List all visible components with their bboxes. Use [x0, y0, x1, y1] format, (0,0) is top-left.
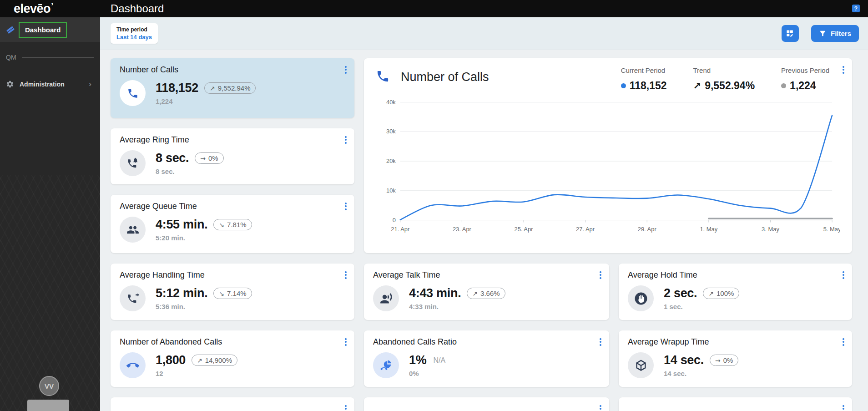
trending-flat-icon: →: [715, 357, 721, 364]
kpi-previous-value: 12: [156, 370, 237, 377]
people-queue-icon: [126, 223, 139, 236]
card-title: Average Talk Time: [373, 270, 600, 280]
previous-period-dot: [781, 83, 786, 88]
trend-badge: ↗100%: [703, 288, 739, 299]
kpi-icon-circle: [628, 352, 654, 378]
svg-text:5. May: 5. May: [823, 226, 840, 233]
kpi-card-average-wrapup-time[interactable]: Average Wrapup Time 14 sec. →0% 14 sec.: [619, 330, 852, 387]
filter-funnel-icon: [819, 30, 827, 37]
hold-hand-icon: [633, 291, 649, 306]
trend-badge: ↗14,900%: [192, 355, 237, 366]
svg-text:23. Apr: 23. Apr: [453, 226, 472, 233]
toolbar: Time period Last 14 days Filters: [100, 17, 868, 50]
customize-dashboard-icon: [786, 29, 794, 38]
stat-previous-period: Previous Period 1,224: [781, 66, 829, 92]
page-title: Dashboard: [111, 2, 164, 15]
filters-button[interactable]: Filters: [811, 25, 859, 42]
kpi-card-average-hold-time[interactable]: Average Hold Time 2 sec. ↗100% 1 sec.: [619, 264, 852, 320]
kpi-previous-value: 5:20 min.: [156, 234, 252, 242]
card-menu-button[interactable]: [839, 402, 848, 411]
kpi-icon-circle: [628, 285, 654, 311]
call-end-icon: [126, 359, 139, 372]
svg-text:40k: 40k: [386, 99, 396, 106]
calls-line-chart: 010k20k30k40k21. Apr23. Apr25. Apr27. Ap…: [376, 96, 840, 242]
trend-badge: →0%: [710, 355, 738, 366]
trending-down-icon: ↘: [219, 290, 224, 297]
chart-card-number-of-calls: Number of Calls Current Period 118,152 T…: [364, 58, 852, 253]
customize-dashboard-button[interactable]: [782, 25, 799, 42]
card-menu-button[interactable]: [342, 402, 350, 411]
kpi-icon-circle: [120, 150, 146, 176]
card-menu-button[interactable]: [839, 268, 848, 282]
card-title: Number of Abandoned Calls: [120, 337, 345, 347]
time-period-chip[interactable]: Time period Last 14 days: [111, 23, 158, 44]
kpi-previous-value: 1,224: [156, 97, 256, 105]
filters-button-label: Filters: [831, 30, 851, 37]
dashboard-icon: [6, 25, 15, 34]
logo-mark: ’: [51, 1, 54, 11]
kpi-card-average-queue-time[interactable]: Average Queue Time 4:55 min. ↘7.81% 5:20…: [111, 195, 354, 253]
kpi-card-average-handling-time[interactable]: Average Handling Time 5:12 min. ↘7.14% 5…: [111, 264, 354, 320]
kpi-icon-circle: [120, 80, 146, 106]
kpi-icon-circle: [373, 352, 399, 378]
kpi-value: 4:43 min.: [409, 286, 461, 300]
kpi-previous-value: 1 sec.: [664, 303, 739, 310]
kpi-card-partial: [111, 397, 354, 411]
chart-title: Number of Calls: [401, 70, 489, 84]
eleveo-logo: elevēo ’: [0, 1, 100, 16]
trending-up-icon: ↗: [210, 85, 215, 92]
talking-head-icon: [380, 292, 393, 305]
kpi-value: 2 sec.: [664, 286, 697, 300]
card-menu-button[interactable]: [342, 199, 350, 213]
kpi-card-abandoned-calls-ratio[interactable]: Abandoned Calls Ratio 1% N/A: [364, 330, 609, 387]
trend-badge: ↗9,552.94%: [204, 82, 256, 94]
sidebar-item-label: Dashboard: [19, 22, 67, 38]
kpi-card-average-talk-time[interactable]: Average Talk Time 4:43 min. ↗3.66% 4:33 …: [364, 264, 609, 320]
svg-text:1. May: 1. May: [700, 226, 717, 233]
phone-icon: [376, 69, 390, 83]
phone-ring-icon: [126, 157, 139, 169]
card-menu-button[interactable]: [839, 335, 848, 349]
sidebar-section-qm: QM: [6, 54, 94, 61]
kpi-value: 1%: [409, 353, 426, 367]
card-menu-button[interactable]: [596, 268, 605, 282]
sidebar-item-label: Administration: [20, 81, 65, 88]
kpi-card-partial: [619, 397, 852, 411]
kpi-value: 5:12 min.: [156, 286, 207, 300]
kpi-card-partial: [364, 397, 609, 411]
sidebar-item-administration[interactable]: Administration ›: [0, 75, 100, 94]
dashboard-grid: Number of Calls 118,152 ↗9,552.94% 1,224: [100, 50, 868, 411]
svg-text:29. Apr: 29. Apr: [638, 226, 657, 233]
trend-badge: ↘7.81%: [213, 219, 252, 230]
card-menu-button[interactable]: [342, 268, 350, 282]
card-menu-button[interactable]: [596, 402, 605, 411]
logo-text: elevēo: [14, 1, 50, 16]
app-header: elevēo ’ Dashboard ?: [0, 0, 868, 17]
card-menu-button[interactable]: [342, 335, 350, 349]
pie-phone-icon: [380, 359, 393, 372]
svg-text:30k: 30k: [386, 128, 396, 135]
card-title: Abandoned Calls Ratio: [373, 337, 600, 347]
time-period-value: Last 14 days: [116, 34, 152, 41]
card-title: Average Ring Time: [120, 135, 345, 145]
trend-badge-na: N/A: [432, 355, 446, 366]
chevron-right-icon: ›: [89, 80, 91, 89]
main-content: Time period Last 14 days Filters: [100, 17, 868, 411]
user-avatar[interactable]: VV: [39, 376, 59, 396]
card-menu-button[interactable]: [839, 63, 848, 76]
current-period-dot: [621, 83, 626, 88]
card-title: Average Hold Time: [628, 270, 843, 280]
gear-icon: [6, 80, 14, 88]
trend-badge: ↘7.14%: [213, 288, 252, 299]
cube-icon: [634, 359, 648, 372]
kpi-card-average-ring-time[interactable]: Average Ring Time 8 sec. →0%: [111, 128, 354, 184]
card-title: Number of Calls: [120, 65, 345, 75]
card-menu-button[interactable]: [342, 133, 350, 147]
kpi-card-number-of-abandoned-calls[interactable]: Number of Abandoned Calls 1,800 ↗14,900%…: [111, 330, 354, 387]
kpi-value: 118,152: [156, 81, 198, 95]
card-menu-button[interactable]: [342, 63, 350, 76]
sidebar-item-dashboard[interactable]: Dashboard: [0, 17, 100, 42]
card-menu-button[interactable]: [596, 335, 605, 349]
kpi-card-number-of-calls[interactable]: Number of Calls 118,152 ↗9,552.94% 1,224: [111, 58, 354, 118]
help-icon[interactable]: ?: [852, 5, 860, 12]
